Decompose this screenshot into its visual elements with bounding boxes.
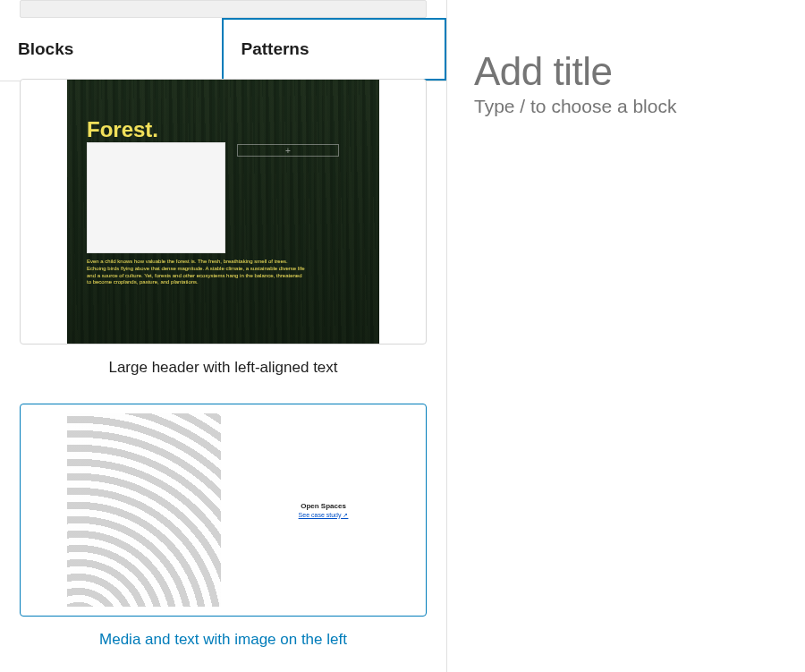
pattern-label: Media and text with image on the left [20,631,427,649]
forest-paragraph: Even a child knows how valuable the fore… [87,259,308,286]
tab-blocks[interactable]: Blocks [0,18,222,81]
media-text-content: Open Spaces See case study ↗ [221,413,426,607]
post-title-input[interactable]: Add title [474,49,778,94]
editor-canvas[interactable]: Add title Type / to choose a block [447,0,805,672]
pattern-card-large-header[interactable]: Forest. + Even a child knows how valuabl… [20,79,427,345]
tab-patterns[interactable]: Patterns [222,18,447,81]
pattern-card-media-text[interactable]: Open Spaces See case study ↗ [20,404,427,617]
pattern-label: Large header with left-aligned text [20,359,427,377]
inserter-tabs: Blocks Patterns [0,18,446,81]
forest-heading: Forest. [87,117,360,142]
forest-cover-block: Forest. + Even a child knows how valuabl… [67,80,379,344]
forest-image-placeholder [87,142,225,253]
media-text-image [67,413,221,607]
category-selector-collapsed[interactable] [20,0,427,18]
patterns-list: Forest. + Even a child knows how valuabl… [0,79,446,672]
block-appender-prompt[interactable]: Type / to choose a block [474,96,778,117]
media-text-heading: Open Spaces [301,502,346,510]
pattern-preview: Forest. + Even a child knows how valuabl… [21,80,426,344]
media-text-link: See case study ↗ [299,512,349,519]
inserter-panel: Blocks Patterns Forest. + Even a child k… [0,0,447,672]
forest-add-block-appender: + [237,144,339,157]
pattern-preview: Open Spaces See case study ↗ [21,404,426,616]
